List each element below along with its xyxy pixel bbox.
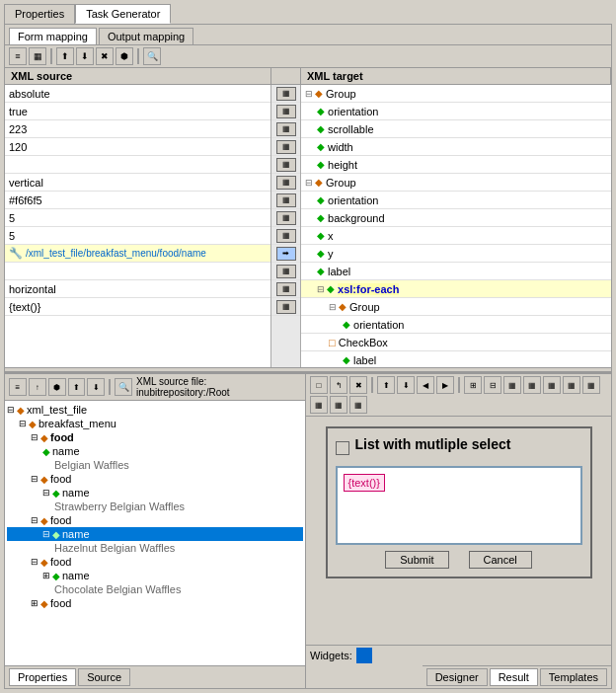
expand-name3[interactable]: ⊟ (42, 529, 50, 539)
arrow-btn-4[interactable]: ▦ (276, 158, 296, 172)
arrow-btn-0[interactable]: ▦ (276, 87, 296, 101)
source-row-5a[interactable]: 5 (5, 209, 270, 227)
expand-icon-11[interactable]: ⊟ (317, 284, 325, 294)
source-row-120[interactable]: 120 (5, 138, 270, 156)
preview-toolbar-btn-10[interactable]: ▦ (503, 376, 521, 394)
tab-source-bottom[interactable]: Source (78, 668, 130, 686)
toolbar-btn-5[interactable]: ✖ (96, 47, 114, 65)
tree-node-food3[interactable]: ⊟ ◆ food (7, 513, 303, 527)
submit-button[interactable]: Submit (385, 551, 448, 569)
target-row-12[interactable]: ⊟ ◆ Group (301, 298, 611, 316)
xml-toolbar-btn-3[interactable]: ⬢ (48, 378, 66, 396)
tab-task-generator[interactable]: Task Generator (75, 4, 171, 24)
preview-toolbar-btn-14[interactable]: ▦ (582, 376, 600, 394)
tab-properties[interactable]: Properties (4, 4, 75, 24)
preview-toolbar-btn-15[interactable]: ▦ (310, 396, 328, 414)
preview-toolbar-btn-5[interactable]: ⬇ (397, 376, 415, 394)
expand-name4[interactable]: ⊞ (42, 571, 50, 580)
preview-toolbar-btn-3[interactable]: ✖ (349, 376, 367, 394)
widgets-icon[interactable] (356, 648, 372, 663)
expand-icon-12[interactable]: ⊟ (329, 302, 337, 312)
arrow-btn-5[interactable]: ▦ (276, 176, 296, 190)
expand-food1[interactable]: ⊟ (31, 432, 38, 442)
tree-node-val2[interactable]: Strawberry Belgian Waffles (7, 500, 303, 513)
target-row-11[interactable]: ⊟ ◆ xsl:for-each (301, 280, 611, 298)
source-row-horizontal[interactable]: horizontal (5, 280, 270, 298)
toolbar-btn-4[interactable]: ⬇ (76, 47, 94, 65)
tab-properties-bottom[interactable]: Properties (9, 668, 76, 686)
arrow-btn-10[interactable]: ▦ (276, 265, 296, 278)
target-row-0[interactable]: ⊟ ◆ Group (301, 85, 611, 103)
arrow-btn-3[interactable]: ▦ (276, 140, 296, 154)
xml-toolbar-btn-2[interactable]: ↑ (29, 378, 46, 396)
source-row-text[interactable]: {text()} (5, 298, 270, 316)
xml-toolbar-btn-1[interactable]: ≡ (9, 378, 27, 396)
target-row-1[interactable]: ◆ orientation (301, 103, 611, 120)
toolbar-btn-1[interactable]: ≡ (9, 47, 27, 65)
tree-node-food1[interactable]: ⊟ ◆ food (7, 430, 303, 444)
toolbar-btn-search[interactable]: 🔍 (143, 47, 161, 65)
target-row-4[interactable]: ◆ height (301, 156, 611, 174)
tab-form-mapping[interactable]: Form mapping (9, 28, 97, 44)
tree-node-val3[interactable]: Hazelnut Belgian Waffles (7, 541, 303, 555)
preview-toolbar-btn-6[interactable]: ◀ (417, 376, 434, 394)
expand-breakfast[interactable]: ⊟ (19, 419, 27, 428)
arrow-btn-12[interactable]: ▦ (276, 300, 296, 314)
arrow-btn-1[interactable]: ▦ (276, 105, 296, 118)
xml-toolbar-btn-search[interactable]: 🔍 (115, 378, 132, 396)
preview-toolbar-btn-17[interactable]: ▦ (349, 396, 367, 414)
source-row-absolute[interactable]: absolute (5, 85, 270, 103)
preview-toolbar-btn-2[interactable]: ↰ (330, 376, 347, 394)
toolbar-btn-2[interactable]: ▦ (29, 47, 46, 65)
source-row-color[interactable]: #f6f6f5 (5, 192, 270, 209)
expand-icon-5[interactable]: ⊟ (305, 178, 313, 188)
preview-listbox[interactable]: {text()} (336, 466, 582, 545)
tree-node-val4[interactable]: Chocolate Belgian Waffles (7, 582, 303, 596)
target-row-14[interactable]: □ CheckBox (301, 334, 611, 351)
preview-toolbar-btn-16[interactable]: ▦ (330, 396, 347, 414)
expand-food5[interactable]: ⊞ (31, 598, 38, 608)
target-row-2[interactable]: ◆ scrollable (301, 120, 611, 138)
tree-node-name1[interactable]: ◆ name (7, 444, 303, 458)
source-row-vertical[interactable]: vertical (5, 174, 270, 192)
tab-designer[interactable]: Designer (426, 668, 488, 686)
target-row-9[interactable]: ◆ y (301, 245, 611, 263)
tree-node-name3[interactable]: ⊟ ◆ name (7, 527, 303, 541)
tab-output-mapping[interactable]: Output mapping (99, 28, 193, 44)
preview-toolbar-btn-12[interactable]: ▦ (543, 376, 561, 394)
preview-toolbar-btn-7[interactable]: ▶ (436, 376, 454, 394)
tree-node-name4[interactable]: ⊞ ◆ name (7, 569, 303, 582)
source-row-empty1[interactable] (5, 156, 270, 174)
tree-node-food4[interactable]: ⊟ ◆ food (7, 555, 303, 569)
source-row-true[interactable]: true (5, 103, 270, 120)
target-row-15[interactable]: ◆ label (301, 351, 611, 367)
expand-food3[interactable]: ⊟ (31, 515, 38, 525)
xml-toolbar-btn-5[interactable]: ⬇ (87, 378, 105, 396)
preview-toolbar-btn-1[interactable]: □ (310, 376, 328, 394)
tree-node-name2[interactable]: ⊟ ◆ name (7, 486, 303, 500)
toolbar-btn-6[interactable]: ⬢ (116, 47, 133, 65)
preview-toolbar-btn-8[interactable]: ⊞ (464, 376, 482, 394)
expand-food4[interactable]: ⊟ (31, 557, 38, 567)
tree-node-val1[interactable]: Belgian Waffles (7, 458, 303, 472)
expand-name2[interactable]: ⊟ (42, 488, 50, 498)
target-row-5[interactable]: ⊟ ◆ Group (301, 174, 611, 192)
arrow-btn-9[interactable]: ➡ (276, 247, 296, 261)
target-row-3[interactable]: ◆ width (301, 138, 611, 156)
source-row-path[interactable]: 🔧 /xml_test_file/breakfast_menu/food/nam… (5, 245, 270, 263)
arrow-btn-11[interactable]: ▦ (276, 282, 296, 296)
tab-templates[interactable]: Templates (540, 668, 607, 686)
toolbar-btn-3[interactable]: ⬆ (56, 47, 74, 65)
cancel-button[interactable]: Cancel (469, 551, 532, 569)
arrow-btn-2[interactable]: ▦ (276, 122, 296, 136)
preview-checkbox[interactable] (336, 441, 349, 455)
source-row-5b[interactable]: 5 (5, 227, 270, 245)
preview-toolbar-btn-11[interactable]: ▦ (523, 376, 541, 394)
tree-node-food2[interactable]: ⊟ ◆ food (7, 472, 303, 486)
target-row-8[interactable]: ◆ x (301, 227, 611, 245)
xml-toolbar-btn-4[interactable]: ⬆ (68, 378, 86, 396)
preview-toolbar-btn-13[interactable]: ▦ (563, 376, 580, 394)
target-row-13[interactable]: ◆ orientation (301, 316, 611, 334)
expand-icon-0[interactable]: ⊟ (305, 89, 313, 99)
expand-root[interactable]: ⊟ (7, 405, 15, 415)
